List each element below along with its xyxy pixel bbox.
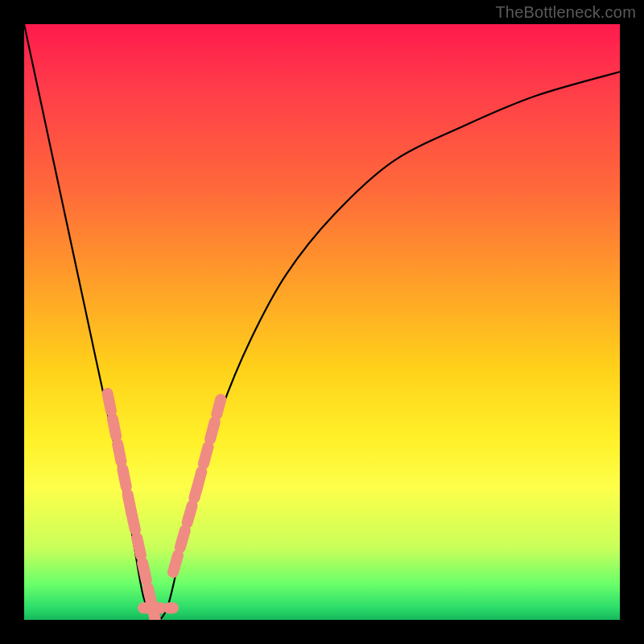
highlight-right-upper [197, 399, 221, 489]
highlight-left-upper [108, 394, 132, 513]
watermark-text: TheBottleneck.com [495, 3, 636, 22]
highlight-group [108, 394, 221, 620]
chart-stage: TheBottleneck.com [0, 0, 644, 644]
bottleneck-curve [24, 24, 620, 620]
highlight-right-lower [173, 489, 197, 572]
curve-layer [24, 24, 620, 620]
plot-area [24, 24, 620, 620]
